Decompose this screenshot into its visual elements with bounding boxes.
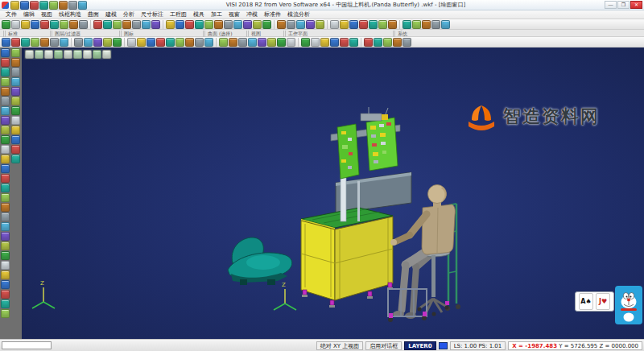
menu-item-13[interactable]: 标准件 xyxy=(261,10,284,19)
toolbar-icon[interactable] xyxy=(1,309,10,318)
toolbar-icon[interactable] xyxy=(1,126,10,134)
toolbar-icon[interactable] xyxy=(1,58,10,67)
menu-item-1[interactable]: 编辑 xyxy=(20,10,38,19)
toolbar-icon[interactable] xyxy=(1,164,10,173)
toolbar-icon[interactable] xyxy=(393,38,402,47)
toolbar-icon[interactable] xyxy=(277,38,286,47)
toolbar-icon[interactable] xyxy=(1,48,10,57)
quick-access-icon[interactable] xyxy=(59,1,68,10)
toolbar-icon[interactable] xyxy=(214,20,223,29)
toolbar-icon[interactable] xyxy=(195,20,204,29)
toolbar-icon[interactable] xyxy=(369,20,378,29)
view-tool-icon[interactable] xyxy=(25,50,34,59)
dialog-toggle[interactable]: 启用对话框 xyxy=(365,341,402,350)
toolbar-icon[interactable] xyxy=(1,68,10,76)
toolbar-icon[interactable] xyxy=(349,20,358,29)
toolbar-icon[interactable] xyxy=(1,116,10,125)
toolbar-icon[interactable] xyxy=(1,87,10,96)
view-mode-indicator[interactable]: 绝对 XY 上视图 xyxy=(316,341,364,350)
toolbar-icon[interactable] xyxy=(1,203,10,212)
toolbar-icon[interactable] xyxy=(330,38,339,47)
toolbar-icon[interactable] xyxy=(267,38,276,47)
toolbar-icon[interactable] xyxy=(388,20,397,29)
toolbar-icon[interactable] xyxy=(224,20,233,29)
toolbar-icon[interactable] xyxy=(60,20,68,29)
toolbar-icon[interactable] xyxy=(1,222,10,231)
toolbar-icon[interactable] xyxy=(11,145,20,154)
view-tool-icon[interactable] xyxy=(64,50,72,59)
toolbar-icon[interactable] xyxy=(156,38,165,47)
view-tool-icon[interactable] xyxy=(44,50,53,59)
toolbar-icon[interactable] xyxy=(248,38,257,47)
menu-item-4[interactable]: 曲面 xyxy=(85,10,102,19)
menu-item-11[interactable]: 视窗 xyxy=(225,10,243,19)
machine-model[interactable] xyxy=(301,107,411,308)
toolbar-icon[interactable] xyxy=(31,20,39,29)
command-input[interactable] xyxy=(2,341,52,349)
toolbar-icon[interactable] xyxy=(1,251,10,260)
toolbar-icon[interactable] xyxy=(113,38,122,47)
toolbar-icon[interactable] xyxy=(1,242,10,250)
toolbar-icon[interactable] xyxy=(320,38,329,47)
toolbar-icon[interactable] xyxy=(233,20,242,29)
toolbar-icon[interactable] xyxy=(147,38,155,47)
toolbar-icon[interactable] xyxy=(1,232,10,241)
toolbar-icon[interactable] xyxy=(258,38,266,47)
toolbar-icon[interactable] xyxy=(1,261,10,270)
toolbar-icon[interactable] xyxy=(253,20,262,29)
toolbar-icon[interactable] xyxy=(166,20,175,29)
menu-item-3[interactable]: 线框构造 xyxy=(56,10,85,19)
toolbar-icon[interactable] xyxy=(1,135,10,144)
toolbar-icon[interactable] xyxy=(287,38,295,47)
toolbar-icon[interactable] xyxy=(185,20,194,29)
toolbar-icon[interactable] xyxy=(359,20,368,29)
menu-item-8[interactable]: 工程图 xyxy=(167,10,190,19)
toolbar-icon[interactable] xyxy=(40,20,49,29)
menu-item-12[interactable]: 冲模 xyxy=(243,10,261,19)
quick-access-icon[interactable] xyxy=(68,1,77,10)
toolbar-icon[interactable] xyxy=(142,20,151,29)
toolbar-icon[interactable] xyxy=(11,135,20,144)
minimize-button[interactable]: — xyxy=(605,1,617,9)
toolbar-icon[interactable] xyxy=(166,38,175,47)
quick-access-icon[interactable] xyxy=(10,1,19,10)
toolbar-icon[interactable] xyxy=(60,38,68,47)
toolbar-icon[interactable] xyxy=(1,155,10,163)
toolbar-icon[interactable] xyxy=(11,48,20,57)
toolbar-icon[interactable] xyxy=(84,38,93,47)
toolbar-icon[interactable] xyxy=(132,20,141,29)
menu-item-9[interactable]: 模具 xyxy=(190,10,208,19)
toolbar-icon[interactable] xyxy=(1,77,10,86)
toolbar-icon[interactable] xyxy=(296,20,305,29)
toolbar-icon[interactable] xyxy=(262,20,271,29)
toolbar-icon[interactable] xyxy=(238,38,247,47)
menu-item-10[interactable]: 加工 xyxy=(208,10,225,19)
toolbar-icon[interactable] xyxy=(40,38,49,47)
toolbar-icon[interactable] xyxy=(1,97,10,105)
toolbar-icon[interactable] xyxy=(21,38,30,47)
toolbar-icon[interactable] xyxy=(2,20,10,29)
toolbar-icon[interactable] xyxy=(11,38,20,47)
toolbar-icon[interactable] xyxy=(21,20,30,29)
view-tool-icon[interactable] xyxy=(54,50,63,59)
toolbar-icon[interactable] xyxy=(441,20,450,29)
toolbar-icon[interactable] xyxy=(2,38,10,47)
toolbar-icon[interactable] xyxy=(229,38,237,47)
menu-item-6[interactable]: 分析 xyxy=(120,10,138,19)
toolbar-icon[interactable] xyxy=(151,20,160,29)
toolbar-icon[interactable] xyxy=(412,20,421,29)
toolbar-icon[interactable] xyxy=(311,38,320,47)
toolbar-icon[interactable] xyxy=(316,20,324,29)
toolbar-icon[interactable] xyxy=(349,38,358,47)
toolbar-icon[interactable] xyxy=(1,290,10,299)
view-tool-icon[interactable] xyxy=(73,50,82,59)
toolbar-icon[interactable] xyxy=(1,145,10,154)
toolbar-icon[interactable] xyxy=(11,77,20,86)
toolbar-icon[interactable] xyxy=(340,20,349,29)
toolbar-icon[interactable] xyxy=(185,38,194,47)
viewport-3d[interactable]: Z Z 智造资料网 A♠ J♥ xyxy=(22,47,644,339)
toolbar-icon[interactable] xyxy=(50,20,59,29)
toolbar-icon[interactable] xyxy=(364,38,373,47)
toolbar-icon[interactable] xyxy=(204,38,213,47)
toolbar-icon[interactable] xyxy=(74,38,83,47)
